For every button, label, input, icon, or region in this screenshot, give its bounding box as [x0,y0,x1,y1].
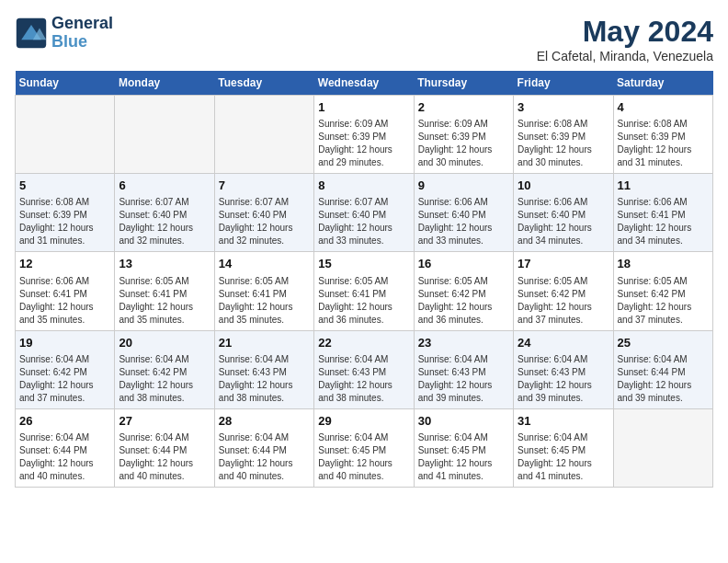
logo-icon [15,17,48,50]
weekday-header-thursday: Thursday [414,71,513,96]
day-cell-31: 31Sunrise: 6:04 AMSunset: 6:45 PMDayligh… [514,408,613,487]
day-cell-5: 5Sunrise: 6:08 AMSunset: 6:39 PMDaylight… [16,174,115,252]
day-info: Sunrise: 6:05 AMSunset: 6:42 PMDaylight:… [618,275,709,327]
weekday-header-saturday: Saturday [613,71,712,96]
day-cell-9: 9Sunrise: 6:06 AMSunset: 6:40 PMDaylight… [414,174,513,252]
day-number: 5 [19,178,110,194]
day-cell-28: 28Sunrise: 6:04 AMSunset: 6:44 PMDayligh… [214,408,313,487]
day-info: Sunrise: 6:06 AMSunset: 6:41 PMDaylight:… [19,275,110,327]
day-number: 3 [518,99,609,116]
day-number: 11 [618,178,709,194]
day-number: 17 [518,256,609,272]
day-info: Sunrise: 6:07 AMSunset: 6:40 PMDaylight:… [119,196,210,247]
day-number: 13 [119,256,210,272]
day-cell-7: 7Sunrise: 6:07 AMSunset: 6:40 PMDaylight… [214,174,313,252]
day-info: Sunrise: 6:04 AMSunset: 6:43 PMDaylight:… [418,353,509,405]
day-cell-21: 21Sunrise: 6:04 AMSunset: 6:43 PMDayligh… [214,330,313,408]
calendar-week-3: 12Sunrise: 6:06 AMSunset: 6:41 PMDayligh… [16,252,713,330]
day-number: 2 [418,99,509,116]
day-number: 27 [119,413,210,430]
weekday-header-wednesday: Wednesday [314,71,414,96]
day-cell-24: 24Sunrise: 6:04 AMSunset: 6:43 PMDayligh… [514,330,613,408]
day-cell-6: 6Sunrise: 6:07 AMSunset: 6:40 PMDaylight… [115,174,214,252]
day-number: 21 [219,335,310,351]
day-cell-26: 26Sunrise: 6:04 AMSunset: 6:44 PMDayligh… [16,408,115,487]
day-number: 18 [618,256,709,272]
day-number: 20 [119,335,210,351]
day-number: 26 [19,413,110,430]
empty-cell [613,408,712,487]
day-cell-14: 14Sunrise: 6:05 AMSunset: 6:41 PMDayligh… [214,252,313,330]
day-info: Sunrise: 6:04 AMSunset: 6:44 PMDaylight:… [19,431,110,483]
day-cell-23: 23Sunrise: 6:04 AMSunset: 6:43 PMDayligh… [414,330,513,408]
page-header: General Blue May 2024 El Cafetal, Mirand… [15,15,713,63]
day-info: Sunrise: 6:05 AMSunset: 6:42 PMDaylight:… [518,275,609,327]
day-cell-2: 2Sunrise: 6:09 AMSunset: 6:39 PMDaylight… [414,96,513,174]
day-cell-8: 8Sunrise: 6:07 AMSunset: 6:40 PMDaylight… [314,174,414,252]
day-cell-17: 17Sunrise: 6:05 AMSunset: 6:42 PMDayligh… [514,252,613,330]
day-info: Sunrise: 6:05 AMSunset: 6:41 PMDaylight:… [119,275,210,327]
day-info: Sunrise: 6:04 AMSunset: 6:44 PMDaylight:… [219,431,310,483]
logo-line2: Blue [51,33,113,52]
calendar-header: SundayMondayTuesdayWednesdayThursdayFrid… [16,71,713,96]
day-cell-30: 30Sunrise: 6:04 AMSunset: 6:45 PMDayligh… [414,408,513,487]
day-number: 6 [119,178,210,194]
day-info: Sunrise: 6:04 AMSunset: 6:43 PMDaylight:… [318,353,409,405]
calendar-week-2: 5Sunrise: 6:08 AMSunset: 6:39 PMDaylight… [16,174,713,252]
day-number: 16 [418,256,509,272]
day-cell-18: 18Sunrise: 6:05 AMSunset: 6:42 PMDayligh… [613,252,712,330]
day-info: Sunrise: 6:06 AMSunset: 6:41 PMDaylight:… [618,196,709,247]
day-cell-29: 29Sunrise: 6:04 AMSunset: 6:45 PMDayligh… [314,408,414,487]
day-number: 14 [219,256,310,272]
day-cell-12: 12Sunrise: 6:06 AMSunset: 6:41 PMDayligh… [16,252,115,330]
weekday-header-tuesday: Tuesday [214,71,313,96]
weekday-header-friday: Friday [514,71,613,96]
calendar-week-4: 19Sunrise: 6:04 AMSunset: 6:42 PMDayligh… [16,330,713,408]
day-number: 31 [518,413,609,430]
day-cell-16: 16Sunrise: 6:05 AMSunset: 6:42 PMDayligh… [414,252,513,330]
month-title: May 2024 [537,15,713,49]
day-info: Sunrise: 6:06 AMSunset: 6:40 PMDaylight:… [418,196,509,247]
day-cell-19: 19Sunrise: 6:04 AMSunset: 6:42 PMDayligh… [16,330,115,408]
day-cell-20: 20Sunrise: 6:04 AMSunset: 6:42 PMDayligh… [115,330,214,408]
day-info: Sunrise: 6:07 AMSunset: 6:40 PMDaylight:… [318,196,409,247]
day-info: Sunrise: 6:08 AMSunset: 6:39 PMDaylight:… [518,118,609,169]
calendar-week-5: 26Sunrise: 6:04 AMSunset: 6:44 PMDayligh… [16,408,713,487]
day-info: Sunrise: 6:05 AMSunset: 6:41 PMDaylight:… [318,275,409,327]
day-info: Sunrise: 6:09 AMSunset: 6:39 PMDaylight:… [418,118,509,169]
day-number: 1 [318,99,409,116]
day-number: 4 [618,99,709,116]
day-number: 7 [219,178,310,194]
day-info: Sunrise: 6:05 AMSunset: 6:42 PMDaylight:… [418,275,509,327]
day-number: 19 [19,335,110,351]
day-cell-13: 13Sunrise: 6:05 AMSunset: 6:41 PMDayligh… [115,252,214,330]
location: El Cafetal, Miranda, Venezuela [537,49,713,63]
day-number: 29 [318,413,409,430]
day-cell-25: 25Sunrise: 6:04 AMSunset: 6:44 PMDayligh… [613,330,712,408]
day-cell-1: 1Sunrise: 6:09 AMSunset: 6:39 PMDaylight… [314,96,414,174]
day-info: Sunrise: 6:04 AMSunset: 6:45 PMDaylight:… [518,431,609,483]
weekday-header-sunday: Sunday [16,71,115,96]
day-info: Sunrise: 6:08 AMSunset: 6:39 PMDaylight:… [19,196,110,247]
day-number: 23 [418,335,509,351]
day-cell-10: 10Sunrise: 6:06 AMSunset: 6:40 PMDayligh… [514,174,613,252]
calendar-table: SundayMondayTuesdayWednesdayThursdayFrid… [15,71,713,488]
day-info: Sunrise: 6:07 AMSunset: 6:40 PMDaylight:… [219,196,310,247]
day-number: 25 [618,335,709,351]
day-info: Sunrise: 6:05 AMSunset: 6:41 PMDaylight:… [219,275,310,327]
day-info: Sunrise: 6:06 AMSunset: 6:40 PMDaylight:… [518,196,609,247]
day-info: Sunrise: 6:04 AMSunset: 6:42 PMDaylight:… [119,353,210,405]
day-cell-4: 4Sunrise: 6:08 AMSunset: 6:39 PMDaylight… [613,96,712,174]
day-cell-3: 3Sunrise: 6:08 AMSunset: 6:39 PMDaylight… [514,96,613,174]
day-number: 12 [19,256,110,272]
day-number: 22 [318,335,409,351]
day-info: Sunrise: 6:04 AMSunset: 6:45 PMDaylight:… [318,431,409,483]
calendar-body: 1Sunrise: 6:09 AMSunset: 6:39 PMDaylight… [16,96,713,488]
empty-cell [214,96,313,174]
day-info: Sunrise: 6:04 AMSunset: 6:43 PMDaylight:… [219,353,310,405]
empty-cell [115,96,214,174]
day-number: 15 [318,256,409,272]
day-cell-11: 11Sunrise: 6:06 AMSunset: 6:41 PMDayligh… [613,174,712,252]
day-number: 30 [418,413,509,430]
day-number: 9 [418,178,509,194]
